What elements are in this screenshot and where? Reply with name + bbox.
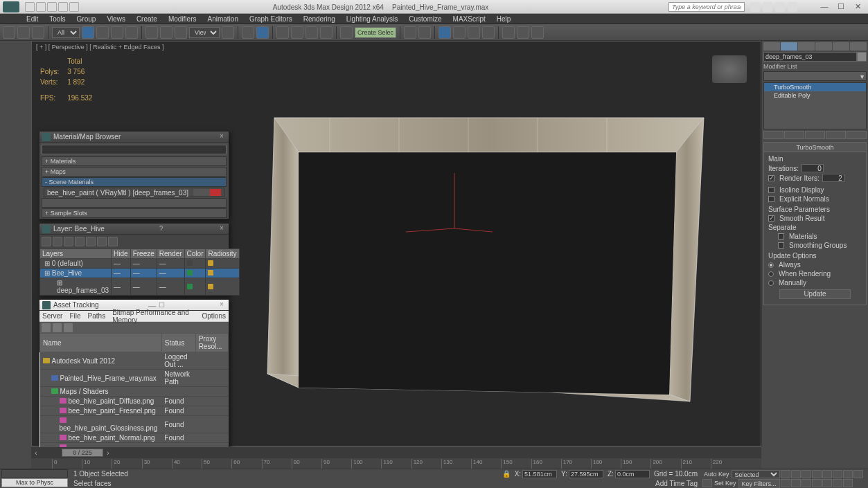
select-by-name-icon[interactable] [96, 26, 109, 39]
max-to-physcam-button[interactable]: Max to Physc [1, 478, 68, 487]
tab-create[interactable] [763, 42, 780, 51]
nav-icon[interactable] [853, 470, 863, 478]
layer-manager-icon[interactable] [439, 26, 451, 39]
asset-menu-item[interactable]: Bitmap Performance and Memory [112, 309, 195, 324]
move-icon[interactable] [145, 26, 158, 39]
refresh-icon[interactable] [42, 323, 51, 332]
sep-sg-check[interactable] [778, 242, 784, 248]
nav-icon[interactable] [702, 479, 712, 487]
spinner-snap-icon[interactable] [320, 26, 333, 39]
select-region-icon[interactable] [111, 26, 123, 39]
section-maps[interactable]: + Maps [42, 167, 227, 177]
column-header[interactable]: Render [157, 249, 184, 259]
signin-icon[interactable] [763, 2, 772, 12]
nav-icon[interactable] [843, 470, 853, 478]
column-header[interactable]: Color [184, 249, 206, 259]
asset-row[interactable]: bee_hive_paint_Diffuse.pngFound [40, 397, 229, 406]
setkey-button[interactable]: Set Key [713, 479, 738, 488]
iterations-spinner[interactable]: 0 [801, 164, 824, 172]
app-logo[interactable] [3, 1, 19, 12]
zoom-all-icon[interactable] [791, 479, 801, 487]
new-layer-icon[interactable] [42, 237, 51, 246]
menu-views[interactable]: Views [101, 15, 131, 23]
material-search-input[interactable] [42, 145, 227, 154]
help-icon[interactable]: ? [159, 225, 163, 233]
qat-save[interactable] [47, 2, 57, 12]
layer-panel[interactable]: Layer: Bee_Hive?× LayersHideFreezeRender… [39, 223, 229, 296]
zoom-icon[interactable] [781, 479, 790, 487]
x-input[interactable] [522, 470, 557, 478]
asset-row[interactable]: Maps / Shaders [40, 387, 229, 397]
column-header[interactable]: Hide [112, 249, 131, 259]
highlight-layer-icon[interactable] [86, 237, 96, 246]
section-materials[interactable]: + Materials [42, 156, 227, 166]
nav-icon[interactable] [833, 470, 842, 478]
edit-named-sel-icon[interactable] [340, 26, 353, 39]
select-layer-icon[interactable] [75, 237, 85, 246]
render-iters-spinner[interactable]: 2 [822, 174, 844, 182]
script-mini-listener[interactable] [1, 469, 68, 478]
prev-key-icon[interactable] [791, 470, 801, 478]
menu-maxscript[interactable]: MAXScript [448, 15, 491, 23]
mirror-icon[interactable] [404, 26, 416, 39]
select-link-icon[interactable] [3, 26, 15, 39]
asset-menu-item[interactable]: Server [42, 312, 62, 320]
maximize-viewport-icon[interactable] [843, 479, 853, 487]
column-header[interactable]: Radiosity [206, 249, 239, 259]
orbit-icon[interactable] [833, 479, 842, 487]
close-icon[interactable]: × [218, 133, 226, 141]
menu-animation[interactable]: Animation [202, 15, 243, 23]
qat-redo[interactable] [69, 2, 79, 12]
layer-row[interactable]: ⊞ Bee_Hive——— [40, 269, 240, 278]
autokey-button[interactable]: Auto Key [702, 470, 731, 478]
sep-mat-check[interactable] [778, 233, 784, 240]
column-header[interactable]: Status [161, 334, 195, 352]
schematic-view-icon[interactable] [468, 26, 480, 39]
fov-icon[interactable] [812, 479, 822, 487]
section-sample-slots[interactable]: + Sample Slots [42, 208, 227, 218]
status-icon[interactable] [53, 323, 62, 332]
tree-icon[interactable] [64, 323, 73, 332]
pivot-icon[interactable] [222, 26, 234, 39]
asset-row[interactable]: Painted_Hive_Frame_vray.maxNetwork Path [40, 370, 229, 387]
whenrend-radio[interactable] [768, 271, 774, 277]
smooth-check[interactable] [768, 215, 774, 222]
manual-radio[interactable] [768, 280, 774, 286]
remove-modifier-icon[interactable] [826, 131, 846, 139]
close-icon[interactable]: × [218, 301, 226, 309]
rollout-header[interactable]: TurboSmooth [764, 143, 866, 152]
layer-row[interactable]: ⊞ deep_frames_03——— [40, 278, 240, 296]
infocenter-icon[interactable] [750, 2, 760, 12]
menu-modifiers[interactable]: Modifiers [163, 15, 202, 23]
qat-new[interactable] [25, 2, 35, 12]
menu-edit[interactable]: Edit [21, 15, 44, 23]
qat-open[interactable] [36, 2, 46, 12]
menu-lighting-analysis[interactable]: Lighting Analysis [341, 15, 404, 23]
modifier-turbosmooth[interactable]: TurboSmooth [764, 83, 866, 91]
goto-end-icon[interactable] [822, 470, 832, 478]
angle-snap-icon[interactable] [291, 26, 303, 39]
maximize-icon[interactable]: ☐ [159, 301, 165, 309]
unlink-icon[interactable] [17, 26, 30, 39]
pan-icon[interactable] [822, 479, 832, 487]
menu-rendering[interactable]: Rendering [298, 15, 341, 23]
named-selset-input[interactable] [355, 27, 396, 38]
section-scene-materials[interactable]: - Scene Materials [42, 177, 227, 187]
maximize-button[interactable]: ☐ [833, 2, 849, 12]
add-time-tag[interactable]: Add Time Tag [655, 480, 698, 487]
close-icon[interactable]: × [218, 225, 226, 233]
tab-utilities[interactable] [850, 42, 867, 51]
isoline-check[interactable] [768, 187, 774, 193]
column-header[interactable]: Name [40, 334, 162, 352]
section-sample-slots[interactable] [42, 198, 227, 208]
time-slider-handle[interactable]: 0 / 225 [62, 449, 103, 457]
ref-coord-select[interactable]: View [189, 27, 220, 38]
keyboard-shortcut-icon[interactable] [256, 26, 269, 39]
snap-toggle-icon[interactable] [276, 26, 289, 39]
rotate-icon[interactable] [160, 26, 172, 39]
bind-spacewarp-icon[interactable] [32, 26, 44, 39]
render-setup-icon[interactable] [502, 26, 515, 39]
key-filters-button[interactable]: Key Filters... [738, 479, 780, 488]
menu-create[interactable]: Create [131, 15, 163, 23]
render-iters-check[interactable] [768, 175, 774, 181]
